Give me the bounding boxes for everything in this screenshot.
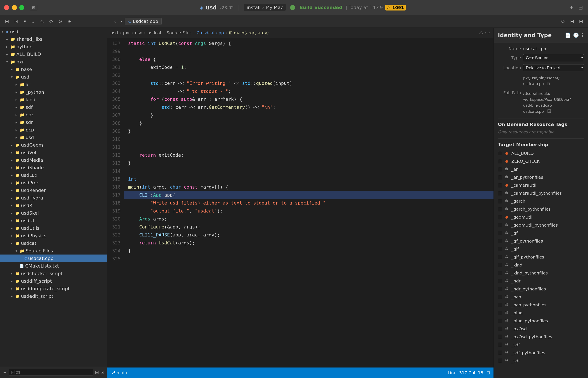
- sidebar-item-CMakeLists[interactable]: ▸ 📄 CMakeLists.txt: [0, 262, 107, 270]
- target-item-_sdf_pythonfiles[interactable]: 🏛 _sdf_pythonfiles: [498, 349, 584, 356]
- target-item-_plug[interactable]: 🏛 _plug: [498, 309, 584, 316]
- scheme-selector[interactable]: install › My Mac: [244, 4, 286, 11]
- search-button[interactable]: ⌕: [30, 18, 36, 25]
- file-navigator[interactable]: ▾ ◈ usd ▸ 📁 shared_libs ▸ 📁 python ▸ 📁 A…: [0, 28, 107, 366]
- forward-button[interactable]: ›: [119, 18, 124, 25]
- target-checkbox[interactable]: [498, 295, 502, 299]
- nav-prev[interactable]: ‹: [485, 30, 487, 35]
- target-item-_cameraUtil[interactable]: ● _cameraUtil: [498, 182, 584, 189]
- target-item-_ar_pythonfiles[interactable]: 🏛 _ar_pythonfiles: [498, 174, 584, 181]
- path-copy-icon[interactable]: ⊟: [547, 81, 550, 86]
- breadcrumb-main[interactable]: ⊞ main(argc, argv): [229, 30, 269, 35]
- target-item-_sdr[interactable]: 🏛 _sdr: [498, 357, 584, 364]
- target-checkbox[interactable]: [498, 279, 502, 283]
- back-button[interactable]: ‹: [113, 18, 118, 25]
- sidebar-item-usdPhysics[interactable]: ▸ 📁 usdPhysics: [0, 232, 107, 239]
- target-checkbox[interactable]: [498, 215, 502, 219]
- target-checkbox[interactable]: [498, 343, 502, 347]
- target-item-_garch[interactable]: 🏛 _garch: [498, 198, 584, 205]
- sidebar-item-sdr[interactable]: ▸ 📁 sdr: [0, 119, 107, 126]
- warning-nav-button[interactable]: ⚠: [38, 18, 46, 25]
- bookmark-button[interactable]: ◇: [48, 18, 54, 25]
- history-button[interactable]: ⊙: [57, 18, 64, 25]
- navigator-button[interactable]: ⊞: [3, 18, 11, 25]
- filter-options-icon[interactable]: ⊡: [101, 370, 104, 375]
- target-checkbox[interactable]: [498, 151, 502, 155]
- filter-input[interactable]: [9, 369, 93, 376]
- target-checkbox[interactable]: [498, 303, 502, 307]
- target-checkbox[interactable]: [498, 191, 502, 195]
- sidebar-item-sdf[interactable]: ▸ 📁 sdf: [0, 103, 107, 111]
- breadcrumb-cpp-file[interactable]: C usdcat.cpp: [197, 30, 224, 35]
- target-item-_kind_pythonfiles[interactable]: 🏛 _kind_pythonfiles: [498, 270, 584, 277]
- editor-tab-usdcat[interactable]: C usdcat.cpp: [125, 18, 162, 25]
- inspector-help-icon[interactable]: ?: [581, 33, 584, 38]
- breadcrumb-usdcat[interactable]: usdcat: [147, 30, 161, 35]
- sidebar-item-usdchecker_script[interactable]: ▸ 📁 usdchecker_script: [0, 270, 107, 277]
- target-checkbox[interactable]: [498, 207, 502, 211]
- sidebar-item-pcp[interactable]: ▸ 📁 pcp: [0, 126, 107, 134]
- target-checkbox[interactable]: [498, 175, 502, 179]
- target-checkbox[interactable]: [498, 263, 502, 267]
- sidebar-item-usddumpcrate_script[interactable]: ▸ 📁 usddumpcrate_script: [0, 285, 107, 292]
- sidebar-item-usdUI[interactable]: ▸ 📁 usdUI: [0, 217, 107, 224]
- target-checkbox[interactable]: [498, 311, 502, 315]
- sidebar-item-usdSkel[interactable]: ▸ 📁 usdSkel: [0, 209, 107, 217]
- target-checkbox[interactable]: [498, 255, 502, 259]
- sidebar-item-_python[interactable]: ▸ 📁 _python: [0, 88, 107, 96]
- target-item-_garch_pythonfiles[interactable]: 🏛 _garch_pythonfiles: [498, 206, 584, 213]
- sidebar-item-usdLux[interactable]: ▸ 📁 usdLux: [0, 171, 107, 179]
- target-item-_pcp_pythonfiles[interactable]: 🏛 _pcp_pythonfiles: [498, 301, 584, 309]
- target-item-_ar[interactable]: 🏛 _ar: [498, 166, 584, 173]
- breadcrumb-usd2[interactable]: usd: [135, 30, 143, 35]
- sidebar-item-source_files[interactable]: ▾ 📁 Source Files: [0, 247, 107, 255]
- sidebar-item-usdVol[interactable]: ▸ 📁 usdVol: [0, 149, 107, 156]
- sidebar-item-kind[interactable]: ▸ 📁 kind: [0, 96, 107, 103]
- target-checkbox[interactable]: [498, 335, 502, 339]
- target-item-_gf[interactable]: 🏛 _gf: [498, 230, 584, 237]
- warning-badge[interactable]: ⚠ 1091: [385, 5, 406, 11]
- target-checkbox[interactable]: [498, 327, 502, 331]
- target-item-_gf_pythonfiles[interactable]: 🏛 _gf_pythonfiles: [498, 238, 584, 245]
- sidebar-item-usdGeom[interactable]: ▸ 📁 usdGeom: [0, 141, 107, 149]
- target-item-_ndr_pythonfiles[interactable]: 🏛 _ndr_pythonfiles: [498, 285, 584, 293]
- inspector-file-icon[interactable]: 📄: [565, 33, 571, 38]
- target-checkbox[interactable]: [498, 247, 502, 251]
- path-open-icon[interactable]: ⊡: [547, 108, 551, 114]
- target-checkbox[interactable]: [498, 319, 502, 323]
- minimize-button[interactable]: [12, 5, 17, 10]
- layout-button[interactable]: ⊟: [577, 4, 584, 12]
- target-item-ALL_BUILD[interactable]: ● ALL_BUILD: [498, 150, 584, 157]
- sidebar-item-ndr[interactable]: ▸ 📁 ndr: [0, 111, 107, 119]
- breadcrumb-usd[interactable]: usd: [110, 30, 118, 35]
- warning-nav-left[interactable]: ⚠: [479, 30, 483, 35]
- target-item-_geomUtil_pythonfiles[interactable]: 🏛 _geomUtil_pythonfiles: [498, 222, 584, 229]
- filter-button[interactable]: ▾: [22, 18, 28, 25]
- assistant-button[interactable]: ⟳: [560, 18, 567, 25]
- target-checkbox[interactable]: [498, 271, 502, 275]
- target-item-_geomUtil[interactable]: ● _geomUtil: [498, 214, 584, 221]
- sidebar-item-usdRender[interactable]: ▸ 📁 usdRender: [0, 187, 107, 194]
- target-item-_sdf[interactable]: 🏛 _sdf: [498, 341, 584, 348]
- sidebar-item-base[interactable]: ▸ 📁 base: [0, 66, 107, 73]
- target-checkbox[interactable]: [498, 199, 502, 203]
- target-checkbox[interactable]: [498, 359, 502, 363]
- target-checkbox[interactable]: [498, 167, 502, 171]
- sidebar-item-usdMedia[interactable]: ▸ 📁 usdMedia: [0, 156, 107, 164]
- panel-toggle-button[interactable]: ⊞: [30, 5, 37, 10]
- target-item-_cameraUtil_pythonfiles[interactable]: 🏛 _cameraUtil_pythonfiles: [498, 190, 584, 197]
- scope-button[interactable]: ⊡: [13, 18, 20, 25]
- target-checkbox[interactable]: [498, 231, 502, 235]
- sidebar-item-usddiff_script[interactable]: ▸ 📁 usddiff_script: [0, 277, 107, 285]
- target-item-_glf[interactable]: 🏛 _glf: [498, 245, 584, 253]
- target-checkbox[interactable]: [498, 239, 502, 243]
- target-item-_ndr[interactable]: 🏛 _ndr: [498, 277, 584, 284]
- target-checkbox[interactable]: [498, 287, 502, 291]
- add-button[interactable]: ＋: [568, 3, 575, 12]
- target-checkbox[interactable]: [498, 159, 502, 163]
- sidebar-item-usdUtils[interactable]: ▸ 📁 usdUtils: [0, 224, 107, 232]
- diff-button[interactable]: ⊞: [66, 18, 73, 25]
- type-select[interactable]: C++ Source: [523, 54, 584, 61]
- target-item-_glf_pythonfiles[interactable]: 🏛 _glf_pythonfiles: [498, 254, 584, 261]
- code-area[interactable]: 1372993003013023033043053063073083093103…: [107, 38, 494, 367]
